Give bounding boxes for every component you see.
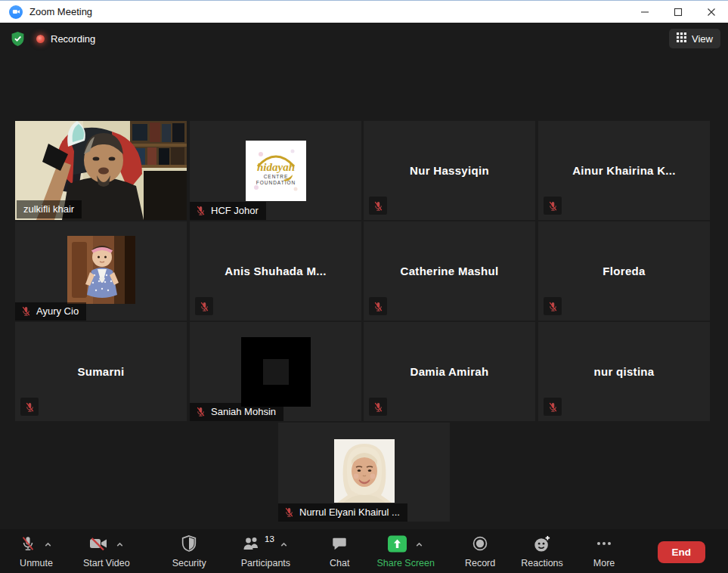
chat-label: Chat bbox=[330, 558, 349, 568]
participant-name: Anis Shuhada M... bbox=[190, 221, 361, 321]
svg-text:FOUNDATION: FOUNDATION bbox=[256, 180, 296, 185]
maximize-button[interactable] bbox=[661, 1, 695, 23]
unmute-options-caret-icon[interactable] bbox=[43, 540, 53, 550]
muted-mic-toolbar-icon bbox=[20, 535, 36, 554]
participant-name: Damia Amirah bbox=[364, 322, 535, 421]
participant-tile-zulkifli-khair[interactable]: zulkifli khair bbox=[15, 121, 187, 220]
svg-text:CENTRE: CENTRE bbox=[263, 174, 288, 179]
participant-tile-nur-hassyiqin[interactable]: Nur Hassyiqin bbox=[364, 121, 535, 220]
participant-name: Nur Hassyiqin bbox=[364, 121, 535, 220]
reactions-smiley-icon bbox=[533, 535, 551, 555]
participant-name: Ainur Khairina K... bbox=[538, 121, 710, 220]
participant-tile-saniah-mohsin[interactable]: Saniah Mohsin bbox=[190, 322, 361, 421]
meeting-main-area: Recording View bbox=[0, 23, 728, 573]
participants-label: Participants bbox=[241, 558, 290, 568]
participant-name: Sumarni bbox=[15, 322, 187, 421]
participant-name-label: Ayury Cio bbox=[15, 302, 86, 321]
recording-dot-icon[interactable] bbox=[36, 35, 45, 43]
participant-name: Ayury Cio bbox=[36, 305, 79, 317]
participants-options-caret-icon[interactable] bbox=[279, 540, 289, 550]
reactions-button[interactable]: Reactions bbox=[521, 536, 563, 568]
record-button[interactable]: Record bbox=[465, 536, 495, 568]
chat-bubble-icon bbox=[331, 535, 348, 554]
close-button[interactable] bbox=[695, 1, 728, 23]
start-video-button[interactable]: Start Video bbox=[83, 536, 130, 568]
recording-indicator: Recording bbox=[36, 33, 95, 45]
participant-name: Floreda bbox=[538, 221, 710, 321]
muted-mic-icon bbox=[20, 305, 32, 317]
more-button[interactable]: More bbox=[593, 536, 615, 568]
muted-mic-icon bbox=[195, 406, 206, 417]
muted-mic-icon bbox=[544, 197, 562, 215]
muted-mic-icon bbox=[20, 398, 39, 416]
participant-name: zulkifli khair bbox=[23, 203, 74, 215]
muted-mic-icon bbox=[544, 398, 562, 416]
participants-people-icon bbox=[243, 535, 262, 554]
end-meeting-button[interactable]: End bbox=[658, 541, 706, 563]
participant-name: HCF Johor bbox=[211, 205, 259, 216]
participant-tile-catherine-mashul[interactable]: Catherine Mashul bbox=[364, 221, 535, 321]
participant-name-label: Saniah Mohsin bbox=[190, 403, 283, 421]
participant-tile-floreda[interactable]: Floreda bbox=[538, 221, 710, 321]
grid-view-icon bbox=[677, 33, 686, 45]
muted-mic-icon bbox=[369, 398, 387, 416]
start-video-label: Start Video bbox=[83, 558, 130, 568]
participant-name: Saniah Mohsin bbox=[211, 406, 276, 417]
meeting-topbar: Recording View bbox=[9, 27, 720, 50]
participant-name: Nurrul Elyani Khairul ... bbox=[299, 506, 400, 518]
record-label: Record bbox=[465, 558, 495, 568]
participant-tile-sumarni[interactable]: Sumarni bbox=[15, 322, 187, 421]
zoom-meeting-window: Zoom Meeting Recording bbox=[0, 0, 728, 573]
share-screen-label: Share Screen bbox=[377, 558, 435, 568]
security-shield-icon bbox=[181, 535, 197, 554]
security-label: Security bbox=[172, 558, 206, 568]
security-button[interactable]: Security bbox=[172, 536, 206, 568]
participant-name: nur qistina bbox=[538, 322, 710, 421]
more-dots-icon bbox=[595, 535, 613, 554]
view-button[interactable]: View bbox=[669, 29, 720, 48]
participant-tile-ainur-khairina[interactable]: Ainur Khairina K... bbox=[538, 121, 710, 220]
hijab-photo-avatar bbox=[334, 439, 395, 506]
participant-tile-nur-qistina[interactable]: nur qistina bbox=[538, 322, 710, 421]
record-circle-icon bbox=[472, 535, 488, 554]
share-options-caret-icon[interactable] bbox=[414, 540, 424, 550]
unmute-label: Unmute bbox=[20, 558, 53, 568]
dark-avatar bbox=[241, 337, 311, 407]
reactions-label: Reactions bbox=[521, 558, 563, 568]
participants-button[interactable]: 13 Participants bbox=[241, 536, 290, 568]
participant-tile-damia-amirah[interactable]: Damia Amirah bbox=[364, 322, 535, 421]
share-screen-button[interactable]: Share Screen bbox=[377, 536, 435, 568]
participant-name: Catherine Mashul bbox=[364, 221, 535, 321]
titlebar: Zoom Meeting bbox=[0, 0, 728, 23]
muted-mic-icon bbox=[544, 297, 562, 315]
muted-mic-icon bbox=[369, 297, 387, 315]
view-button-label: View bbox=[692, 33, 713, 45]
window-title: Zoom Meeting bbox=[29, 6, 92, 17]
zoom-app-icon bbox=[9, 5, 23, 19]
muted-mic-icon bbox=[195, 297, 213, 315]
meeting-toolbar: Unmute Start Video bbox=[0, 529, 728, 573]
participants-count-badge: 13 bbox=[265, 534, 274, 544]
muted-mic-icon bbox=[369, 197, 387, 215]
participant-name-label: Nurrul Elyani Khairul ... bbox=[278, 503, 407, 522]
recording-label: Recording bbox=[51, 33, 95, 45]
muted-mic-icon bbox=[283, 506, 295, 518]
unmute-button[interactable]: Unmute bbox=[20, 536, 53, 568]
participant-tile-nurrul-elyani[interactable]: Nurrul Elyani Khairul ... bbox=[278, 423, 450, 522]
participant-tile-ayury-cio[interactable]: Ayury Cio bbox=[15, 221, 187, 321]
hcf-logo-avatar: hidayah CENTRE FOUNDATION bbox=[246, 141, 306, 201]
minimize-button[interactable] bbox=[628, 1, 661, 23]
meeting-info-shield-icon[interactable] bbox=[9, 29, 26, 48]
participant-tile-hcf-johor[interactable]: hidayah CENTRE FOUNDATION HCF Johor bbox=[190, 121, 361, 220]
participant-name-label: zulkifli khair bbox=[17, 200, 82, 218]
chat-button[interactable]: Chat bbox=[330, 536, 349, 568]
more-label: More bbox=[593, 558, 615, 568]
participant-name-label: HCF Johor bbox=[190, 202, 266, 220]
participant-tile-anis-shuhada[interactable]: Anis Shuhada M... bbox=[190, 221, 361, 321]
baby-photo-avatar bbox=[67, 236, 135, 307]
video-off-toolbar-icon bbox=[88, 535, 108, 554]
muted-mic-icon bbox=[195, 205, 206, 216]
window-controls bbox=[628, 1, 728, 23]
video-options-caret-icon[interactable] bbox=[115, 540, 125, 550]
share-screen-icon bbox=[387, 535, 407, 555]
